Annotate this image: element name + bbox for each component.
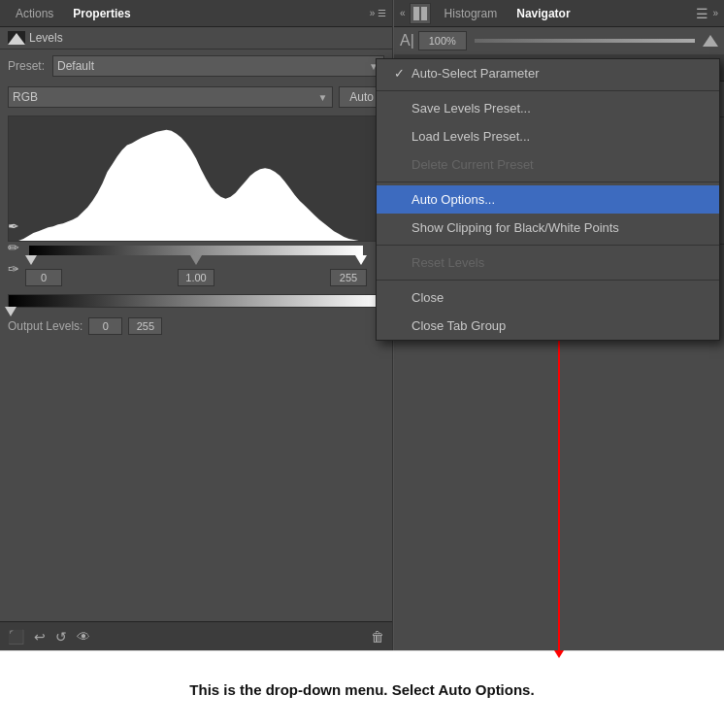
preset-select[interactable]: Default bbox=[52, 55, 384, 77]
slider-left-handle[interactable] bbox=[25, 255, 37, 265]
tab-histogram[interactable]: Histogram bbox=[435, 3, 508, 24]
tab-navigator[interactable]: Navigator bbox=[507, 3, 579, 24]
right-panel-menu-icon[interactable]: ☰ bbox=[696, 6, 708, 21]
menu-item-load-levels[interactable]: Load Levels Preset... bbox=[377, 122, 719, 150]
menu-divider-3 bbox=[377, 245, 719, 246]
slider-mid-handle[interactable] bbox=[190, 255, 202, 265]
output-levels-label: Output Levels: bbox=[8, 319, 82, 333]
toolbar-mask-icon[interactable]: ⬛ bbox=[8, 629, 24, 645]
menu-item-delete-preset: Delete Current Preset bbox=[377, 150, 719, 179]
levels-histogram-icon bbox=[8, 31, 25, 45]
panel-icon-btn[interactable] bbox=[410, 3, 431, 24]
panel-svg-icon bbox=[413, 7, 427, 20]
caption-text: This is the drop-down menu. Select Auto … bbox=[189, 681, 534, 698]
toolbar-redo-icon[interactable]: ↺ bbox=[55, 629, 67, 645]
panel-tab-arrows[interactable]: » ☰ bbox=[370, 8, 386, 18]
levels-header: Levels bbox=[0, 27, 392, 50]
slider-right-handle[interactable] bbox=[355, 255, 367, 265]
output-left-input[interactable] bbox=[88, 317, 122, 335]
eyedropper-white-icon[interactable]: ✑ bbox=[8, 261, 19, 277]
menu-item-reset-levels: Reset Levels bbox=[377, 248, 719, 277]
channel-row: RGB ▼ Auto bbox=[0, 83, 392, 112]
output-slider-left[interactable] bbox=[5, 307, 16, 316]
eyedropper-black-icon[interactable]: ✒ bbox=[8, 218, 19, 234]
menu-item-close[interactable]: Close bbox=[377, 283, 719, 312]
menu-item-close-tab-group[interactable]: Close Tab Group bbox=[377, 312, 719, 340]
tab-properties[interactable]: Properties bbox=[63, 3, 140, 24]
menu-item-auto-options[interactable]: Auto Options... bbox=[377, 185, 719, 214]
zoom-slider-track bbox=[475, 39, 695, 43]
menu-item-auto-select[interactable]: ✓ Auto-Select Parameter bbox=[377, 59, 719, 87]
levels-values-row bbox=[25, 269, 367, 286]
caption-bar: This is the drop-down menu. Select Auto … bbox=[0, 650, 724, 728]
zoom-increase-btn[interactable] bbox=[703, 35, 718, 47]
zoom-input[interactable] bbox=[418, 31, 467, 50]
output-gradient bbox=[8, 294, 384, 308]
output-levels-section: Output Levels: bbox=[8, 294, 384, 335]
preset-label: Preset: bbox=[8, 59, 47, 73]
collapse-left-icon[interactable]: « bbox=[400, 8, 406, 18]
levels-input-slider[interactable] bbox=[29, 246, 363, 255]
panel-tabs: Actions Properties » ☰ bbox=[0, 0, 392, 27]
ps-container: Actions Properties » ☰ Levels Preset: De… bbox=[0, 0, 724, 650]
levels-input-black[interactable] bbox=[25, 269, 62, 286]
tab-actions[interactable]: Actions bbox=[6, 3, 63, 24]
menu-item-save-levels[interactable]: Save Levels Preset... bbox=[377, 94, 719, 122]
toolbar-eye-icon[interactable]: 👁 bbox=[77, 629, 90, 645]
red-arrow-head bbox=[554, 650, 564, 658]
levels-title: Levels bbox=[29, 31, 63, 45]
svg-rect-4 bbox=[413, 7, 419, 20]
eyedropper-gray-icon[interactable]: ✏ bbox=[8, 240, 19, 255]
toolbar-delete-icon[interactable]: 🗑 bbox=[371, 629, 384, 645]
menu-item-show-clipping[interactable]: Show Clipping for Black/White Points bbox=[377, 214, 719, 242]
menu-divider-4 bbox=[377, 280, 719, 281]
dropdown-menu: ✓ Auto-Select Parameter Save Levels Pres… bbox=[376, 58, 720, 341]
channel-select[interactable]: RGB bbox=[8, 86, 333, 108]
output-right-input[interactable] bbox=[128, 317, 162, 335]
zoom-row: A| bbox=[394, 27, 724, 54]
right-top-bar: « Histogram Navigator ☰ » bbox=[394, 0, 724, 27]
levels-input-mid[interactable] bbox=[178, 269, 214, 286]
toolbar-undo-icon[interactable]: ↩ bbox=[34, 629, 46, 645]
collapse-right-icon[interactable]: » bbox=[712, 8, 718, 18]
svg-rect-5 bbox=[421, 7, 427, 20]
menu-divider-1 bbox=[377, 90, 719, 91]
left-panel: Actions Properties » ☰ Levels Preset: De… bbox=[0, 0, 393, 650]
checkmark-icon: ✓ bbox=[394, 66, 410, 81]
zoom-level-icon: A| bbox=[400, 32, 414, 50]
levels-input-white[interactable] bbox=[330, 269, 367, 286]
bottom-toolbar: ⬛ ↩ ↺ 👁 🗑 bbox=[0, 621, 392, 650]
preset-row: Preset: Default ▼ bbox=[0, 50, 392, 83]
menu-divider-2 bbox=[377, 182, 719, 182]
histogram-svg bbox=[9, 116, 383, 241]
histogram-area bbox=[8, 116, 384, 242]
